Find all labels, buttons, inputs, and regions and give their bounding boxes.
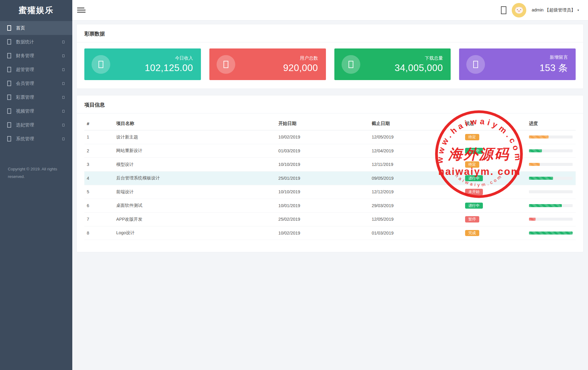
menu-item-icon <box>7 39 11 45</box>
cell-index: 5 <box>84 185 114 199</box>
cell-end-date: 12/05/2019 <box>369 213 463 226</box>
table-row[interactable]: 5前端设计10/10/201912/12/2019未开始 <box>84 185 576 199</box>
sidebar-menu: 首页数据统计财务管理超管管理会员管理彩票管理视频管理选妃管理系统管理 <box>0 21 72 146</box>
menu-item-icon <box>7 81 11 86</box>
fullscreen-icon[interactable] <box>501 6 506 14</box>
col-header-end: 截止日期 <box>369 117 463 130</box>
stat-card-messages: 新增留言 153 条 <box>459 48 576 80</box>
stat-value: 34,005,000 <box>360 63 443 73</box>
cell-start-date: 10/02/2019 <box>276 226 369 240</box>
status-badge: 待定 <box>465 161 479 168</box>
income-icon <box>92 55 110 74</box>
cell-start-date: 10/10/2019 <box>276 158 369 172</box>
cell-project-name: 网站重新设计 <box>114 144 276 158</box>
menu-item-icon <box>7 95 11 100</box>
table-row[interactable]: 6桌面软件测试10/01/201929/03/2019进行中 <box>84 199 576 213</box>
cell-end-date: 12/05/2019 <box>369 130 463 144</box>
chevron-icon <box>62 96 64 99</box>
lottery-data-panel: 彩票数据 今日收入 102,125.00 用户总数 920,000 <box>77 24 583 89</box>
table-row[interactable]: 7APP改版开发25/02/201912/05/2019暂停 <box>84 213 576 226</box>
sidebar-item[interactable]: 数据统计 <box>0 35 72 49</box>
cell-start-date: 01/03/2019 <box>276 144 369 158</box>
progress-bar <box>529 204 573 207</box>
sidebar-item[interactable]: 会员管理 <box>0 76 72 90</box>
table-row[interactable]: 1设计新主题10/02/201912/05/2019待定 <box>84 130 576 144</box>
table-row[interactable]: 3模型设计10/10/201912/11/2019待定 <box>84 158 576 172</box>
table-row[interactable]: 8Logo设计10/02/201901/03/2019完成 <box>84 226 576 240</box>
messages-icon <box>466 55 485 74</box>
avatar[interactable] <box>512 3 526 17</box>
sidebar-item[interactable]: 首页 <box>0 21 72 35</box>
sidebar-item-label: 会员管理 <box>16 81 62 86</box>
cell-end-date: 29/03/2019 <box>369 199 463 213</box>
cell-end-date: 01/03/2019 <box>369 226 463 240</box>
stat-card-users: 用户总数 920,000 <box>209 48 326 80</box>
stat-value: 920,000 <box>235 63 318 73</box>
cell-project-name: 设计新主题 <box>114 130 276 144</box>
cell-end-date: 09/05/2019 <box>369 171 463 185</box>
col-header-start: 开始日期 <box>276 117 369 130</box>
cell-index: 2 <box>84 144 114 158</box>
progress-bar <box>529 135 573 138</box>
col-header-name: 项目名称 <box>114 117 276 130</box>
downloads-icon <box>342 55 360 74</box>
sidebar-item-label: 财务管理 <box>16 53 62 59</box>
cell-start-date: 10/02/2019 <box>276 130 369 144</box>
sidebar-item-label: 系统管理 <box>16 136 62 142</box>
cell-index: 6 <box>84 199 114 213</box>
chevron-down-icon: ▾ <box>577 8 579 12</box>
cell-index: 7 <box>84 213 114 226</box>
project-info-panel: 项目信息 # 项目名称 开始日期 截止日期 状态 进度 <box>77 95 583 252</box>
top-bar: admin 【超级管理员】 ▾ <box>72 0 588 20</box>
user-name: admin 【超级管理员】 <box>532 7 575 13</box>
table-row[interactable]: 2网站重新设计01/03/201912/04/2019进行中 <box>84 144 576 158</box>
content-area: 彩票数据 今日收入 102,125.00 用户总数 920,000 <box>72 20 588 259</box>
col-header-status: 状态 <box>463 117 527 130</box>
sidebar-item[interactable]: 系统管理 <box>0 132 72 146</box>
progress-bar <box>529 177 573 180</box>
stat-label: 今日收入 <box>110 55 193 61</box>
stat-value: 102,125.00 <box>110 63 193 73</box>
cell-project-name: APP改版开发 <box>114 213 276 226</box>
menu-item-icon <box>7 122 11 128</box>
stat-card-downloads: 下载总量 34,005,000 <box>334 48 451 80</box>
cell-project-name: 桌面软件测试 <box>114 199 276 213</box>
chevron-icon <box>62 68 64 71</box>
menu-item-icon <box>7 67 11 72</box>
stat-label: 新增留言 <box>485 54 568 60</box>
sidebar-item[interactable]: 视频管理 <box>0 104 72 118</box>
user-menu[interactable]: admin 【超级管理员】 ▾ <box>532 7 579 13</box>
sidebar: 蜜獾娱乐 首页数据统计财务管理超管管理会员管理彩票管理视频管理选妃管理系统管理 … <box>0 0 72 370</box>
cell-start-date: 10/10/2019 <box>276 185 369 199</box>
chevron-icon <box>62 41 64 43</box>
cell-project-name: Logo设计 <box>114 226 276 240</box>
chevron-icon <box>62 110 64 113</box>
menu-toggle-icon[interactable] <box>77 6 86 14</box>
cell-project-name: 前端设计 <box>114 185 276 199</box>
progress-bar <box>529 190 573 193</box>
cell-index: 4 <box>84 171 114 185</box>
sidebar-item[interactable]: 选妃管理 <box>0 118 72 132</box>
status-badge: 进行中 <box>465 148 483 154</box>
sidebar-item-label: 首页 <box>16 25 64 31</box>
sidebar-item[interactable]: 彩票管理 <box>0 90 72 104</box>
cell-index: 3 <box>84 158 114 172</box>
brand-logo: 蜜獾娱乐 <box>0 0 72 20</box>
sidebar-item[interactable]: 财务管理 <box>0 49 72 63</box>
table-row[interactable]: 4后台管理系统模板设计25/01/201909/05/2019进行中 <box>84 171 576 185</box>
chevron-icon <box>62 124 64 126</box>
status-badge: 暂停 <box>465 216 479 222</box>
cell-start-date: 10/01/2019 <box>276 199 369 213</box>
col-header-index: # <box>84 117 114 130</box>
cell-index: 8 <box>84 226 114 240</box>
cell-start-date: 25/01/2019 <box>276 171 369 185</box>
status-badge: 待定 <box>465 134 479 140</box>
status-badge: 进行中 <box>465 175 483 182</box>
stat-value: 153 条 <box>485 62 568 74</box>
chevron-icon <box>62 54 64 57</box>
sidebar-item[interactable]: 超管管理 <box>0 63 72 76</box>
stat-card-income: 今日收入 102,125.00 <box>84 48 201 80</box>
menu-item-icon <box>7 25 11 31</box>
stat-label: 下载总量 <box>360 55 443 61</box>
sidebar-item-label: 数据统计 <box>16 39 62 45</box>
